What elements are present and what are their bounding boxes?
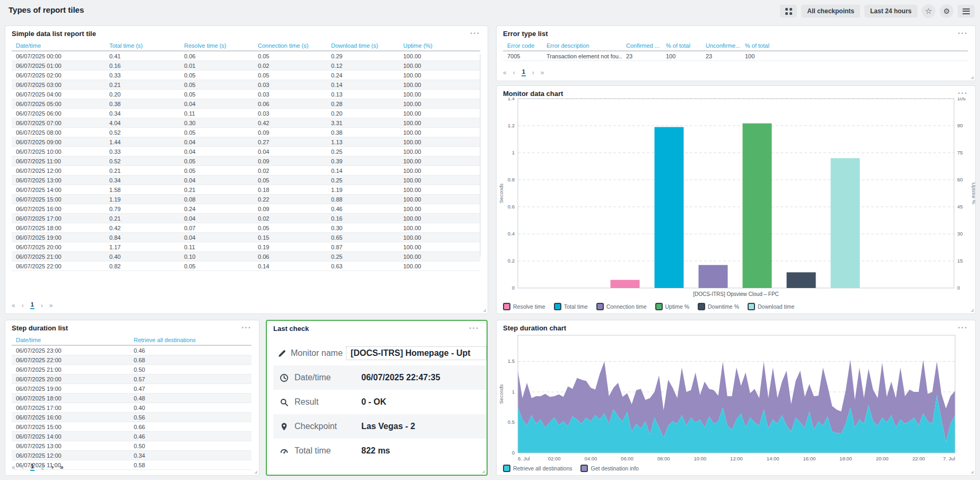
column-header-total-time-s[interactable]: Total time (s) (105, 41, 180, 51)
svg-text:1.5: 1.5 (508, 358, 515, 364)
monitor-name-value[interactable]: [DOCS-ITRS] Homepage - Upt (346, 346, 487, 360)
column-header-retrieve-all-destinations[interactable]: Retrieve all destinations (129, 335, 251, 345)
tile-resize-handle[interactable] (482, 470, 485, 473)
column-header-date-time[interactable]: Date/time (12, 335, 129, 345)
column-header-uptime[interactable]: Uptime (%) (399, 41, 480, 51)
tile-resize-handle[interactable] (254, 470, 257, 474)
field-label: Checkpoint (294, 422, 361, 431)
cell: 0.11 (180, 242, 254, 252)
column-header-error-code[interactable]: Error code (503, 41, 542, 51)
checkpoints-filter-button[interactable]: All checkpoints (801, 5, 860, 18)
cell: 0.21 (180, 185, 254, 195)
cell: 0.52 (105, 156, 180, 166)
tile-error-type-list: Error type list Error codeError descript… (496, 25, 976, 81)
cell: 0.05 (180, 156, 254, 166)
scrollbar-track[interactable] (480, 54, 481, 257)
pager-page-2[interactable]: 2 (41, 464, 45, 470)
settings-gear-button[interactable] (940, 4, 953, 18)
column-header-of-total[interactable]: % of total (662, 41, 701, 51)
cell: 0.40 (105, 252, 180, 261)
cell: 0.50 (129, 441, 251, 451)
pager-page-1[interactable]: 1 (30, 463, 34, 471)
tile-resize-handle[interactable] (970, 470, 974, 474)
legend-swatch (748, 303, 755, 310)
pager-next[interactable]: › (41, 302, 43, 309)
cell: 0.07 (180, 223, 254, 233)
cell: 0.39 (327, 156, 399, 166)
cell: 0.40 (129, 403, 251, 413)
time-range-button[interactable]: Last 24 hours (864, 5, 917, 18)
tile-resize-handle[interactable] (970, 309, 974, 312)
column-header-download-time-s[interactable]: Download time (s) (327, 41, 399, 51)
cell: 0.63 (327, 261, 399, 271)
tile-menu-button[interactable] (957, 326, 969, 330)
table-row: 06/07/2025 15:001.190.080.220.88100.00 (12, 195, 480, 204)
table-row: 06/07/2025 14:001.580.210.181.19100.00 (12, 185, 480, 195)
x-axis-tick-label: 02:00 (548, 456, 561, 461)
menu-button[interactable] (958, 5, 975, 18)
column-header-resolve-time-s[interactable]: Resolve time (s) (180, 41, 254, 51)
cell: 0.03 (254, 80, 327, 90)
svg-text:1.2: 1.2 (508, 123, 515, 128)
pager-last[interactable]: » (60, 464, 64, 471)
x-axis-tick-label: 08:00 (657, 456, 670, 461)
tile-menu-button[interactable] (469, 31, 481, 36)
pager-next[interactable]: › (532, 69, 534, 76)
tile-menu-button[interactable] (468, 326, 480, 331)
view-grid-button[interactable] (780, 5, 797, 18)
pager-prev[interactable]: ‹ (22, 302, 24, 309)
pager-first[interactable]: « (12, 464, 15, 471)
cell: 0.48 (129, 394, 251, 403)
column-header-error-description[interactable]: Error description (542, 41, 622, 51)
cell: 0.02 (254, 166, 327, 176)
legend-item-retrieve-all-destinations[interactable]: Retrieve all destinations (503, 465, 572, 472)
legend-label: Resolve time (513, 303, 545, 310)
pager-page-1[interactable]: 1 (522, 68, 526, 76)
area-chart-svg: 00.511.56. Jul02:0004:0006:0008:0010:001… (497, 332, 976, 462)
cell: 0.22 (254, 195, 327, 204)
tile-menu-button[interactable] (957, 91, 969, 96)
cell: 06/07/2025 21:00 (12, 365, 129, 374)
pager-last[interactable]: » (541, 69, 544, 76)
svg-text:1: 1 (512, 150, 515, 155)
x-axis-tick-label: 20:00 (876, 456, 889, 461)
legend-item-download-time[interactable]: Download time (748, 303, 794, 310)
legend-item-downtime[interactable]: Downtime % (698, 303, 739, 310)
tile-title: Monitor data chart (503, 90, 563, 98)
table-row: 06/07/2025 12:000.210.050.020.14100.00 (12, 166, 480, 176)
tile-resize-handle[interactable] (483, 309, 486, 312)
legend-item-connection-time[interactable]: Connection time (596, 303, 647, 310)
gear-icon (943, 7, 950, 15)
cell: 06/07/2025 11:00 (12, 156, 105, 166)
tile-menu-button[interactable] (957, 31, 969, 36)
column-header-unconfirme[interactable]: Unconfirme... (701, 41, 741, 51)
favorite-star-button[interactable] (922, 4, 935, 18)
pager-first[interactable]: « (503, 69, 507, 76)
cell: 0.16 (327, 214, 399, 223)
tile-step-duration-chart: Step duration chart 00.511.56. Jul02:000… (496, 320, 976, 476)
last-check-row-total-time: Total time822 ms (273, 439, 487, 463)
tile-resize-handle[interactable] (970, 76, 974, 79)
pager-next[interactable]: › (51, 464, 54, 471)
cell: 0.05 (254, 176, 327, 185)
tile-menu-button[interactable] (240, 326, 253, 330)
left-axis-label: Seconds (498, 184, 504, 203)
legend-item-total-time[interactable]: Total time (554, 303, 588, 310)
column-header-connection-time-s[interactable]: Connection time (s) (254, 41, 327, 51)
pager-page-1[interactable]: 1 (30, 301, 34, 309)
column-header-of-total[interactable]: % of total (741, 41, 968, 51)
pager-prev[interactable]: ‹ (22, 464, 24, 471)
column-header-confirmed[interactable]: Confirmed ... (622, 41, 662, 51)
pager-prev[interactable]: ‹ (513, 69, 515, 76)
legend-item-get-destination-info[interactable]: Get destination info (580, 465, 638, 472)
cell: 06/07/2025 06:00 (12, 109, 105, 118)
legend-item-resolve-time[interactable]: Resolve time (503, 303, 545, 310)
pager-last[interactable]: » (49, 302, 53, 309)
x-axis-tick-label: 12:00 (730, 456, 743, 461)
legend-item-uptime[interactable]: Uptime % (655, 303, 690, 310)
hamburger-icon (962, 7, 970, 15)
pager-first[interactable]: « (12, 302, 15, 309)
column-header-date-time[interactable]: Date/time (12, 41, 105, 51)
bar-download-time (831, 158, 860, 288)
svg-text:1: 1 (512, 389, 515, 395)
